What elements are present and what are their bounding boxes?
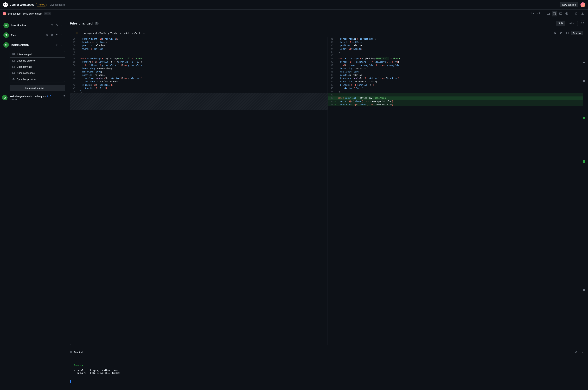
svg-point-21 (61, 46, 61, 46)
sidebar: Specification Plan Implem (0, 18, 67, 390)
diff-line: 34 const FittedImage = styled.img<Matrix… (70, 57, 328, 60)
diff-line: 36 ${({ theme: { primaryColor } }) => pr… (70, 64, 328, 67)
diff-line: 28 border-right: ${borderStyle}; (70, 37, 328, 41)
open-codespace-row[interactable]: Open codespace (10, 70, 65, 76)
undo-icon[interactable] (530, 11, 535, 16)
product-name: Copilot Workspace (10, 3, 34, 6)
diff-line: 36 (328, 54, 585, 57)
minimap[interactable] (583, 37, 585, 345)
split-option[interactable]: Split (556, 21, 565, 26)
terminal-title: Terminal (74, 351, 83, 354)
svg-point-5 (61, 25, 61, 26)
terminal-body[interactable]: Serving! - Local: http://localhost:3000 … (67, 357, 588, 390)
drag-icon[interactable] (59, 43, 64, 47)
chevron-down-icon[interactable] (580, 349, 585, 355)
content-header: Files changed 1 Split Unified (67, 18, 588, 29)
spec-section[interactable]: Specification (2, 21, 65, 30)
user-avatar[interactable] (581, 2, 585, 7)
unified-option[interactable]: Unified (565, 21, 578, 26)
svg-rect-32 (70, 351, 72, 353)
copilot-logo-icon (3, 2, 8, 7)
file-path[interactable]: src/components/Gallery/ContributorGaller… (80, 32, 146, 34)
file-panel: src/components/Gallery/ContributorGaller… (70, 29, 585, 345)
svg-point-18 (62, 44, 62, 45)
redo-icon[interactable] (536, 11, 542, 16)
diff-line: 37 box-sizing: content-box; (70, 67, 328, 70)
diff-line: 40 box-sizing: content-box; (328, 67, 585, 70)
app-header: Copilot Workspace Preview Give feedback … (0, 0, 588, 10)
implementation-box: 1 file changed Open file explorer Open t… (10, 51, 65, 82)
share-icon[interactable] (580, 11, 585, 16)
open-preview-row[interactable]: Open live preview (10, 76, 65, 82)
comment-icon[interactable] (50, 23, 54, 27)
svg-point-19 (61, 45, 61, 45)
comment-icon[interactable] (45, 33, 49, 37)
breadcrumb-repo[interactable]: contributor-gallery (23, 12, 42, 15)
create-pr-button[interactable]: Create pull request (10, 85, 59, 91)
create-pr-dropdown[interactable] (59, 85, 65, 91)
open-explorer-row[interactable]: Open file explorer (10, 57, 65, 64)
impl-section[interactable]: Implementation (2, 40, 65, 50)
diff-body[interactable]: 28 border-right: ${borderStyle};29 heigh… (70, 37, 585, 345)
diff-icon (12, 53, 15, 56)
diff-line: 32 `; (70, 50, 328, 54)
file-changed-row[interactable]: 1 file changed (10, 51, 65, 57)
diff-line: 34 width: ${cellSize}; (328, 47, 585, 50)
svg-point-17 (61, 44, 61, 45)
diff-line: 39 ${({ theme: { primaryColor } }) => pr… (328, 64, 585, 67)
diff-line: 50+ color: ${({ theme }) => theme.specia… (328, 100, 585, 103)
trash-icon[interactable] (55, 33, 59, 37)
refresh-icon[interactable] (55, 23, 59, 27)
copy-icon[interactable] (559, 30, 564, 36)
diff-line: 47 `; (328, 90, 585, 93)
give-feedback-link[interactable]: Give feedback (49, 3, 65, 6)
folder-icon[interactable] (546, 11, 551, 16)
plan-section[interactable]: Plan (2, 30, 65, 40)
logo-group: Copilot Workspace Preview (3, 2, 47, 7)
svg-point-10 (6, 36, 7, 36)
terminal-icon (12, 65, 15, 68)
refresh-icon[interactable] (50, 33, 54, 37)
svg-point-13 (61, 35, 61, 35)
trash-icon[interactable] (55, 43, 59, 47)
diff-line: 38 border: ${({ isActive }) => (isActive… (328, 60, 585, 64)
svg-point-12 (62, 34, 62, 35)
external-link-icon[interactable] (62, 95, 65, 97)
drag-icon[interactable] (59, 33, 64, 37)
diff-line: 35 `; (328, 50, 585, 54)
diff-line: 30 position: relative; (70, 44, 328, 47)
terminal-toolbar-icon[interactable] (552, 11, 557, 16)
svg-rect-24 (12, 66, 15, 68)
svg-point-8 (62, 26, 62, 26)
diff-line: 51+ font-size: ${({ theme }) => theme.ce… (328, 103, 585, 106)
svg-point-29 (5, 98, 6, 99)
svg-rect-0 (553, 13, 556, 15)
breadcrumb-owner[interactable]: lostintangent (7, 12, 21, 15)
branch-badge[interactable]: main (44, 12, 51, 15)
svg-point-20 (62, 45, 62, 45)
list-icon (3, 23, 9, 28)
diff-line: 33 position: relative; (328, 44, 585, 47)
open-terminal-row[interactable]: Open terminal (10, 64, 65, 70)
diff-line: 42 position: relative; (328, 74, 585, 77)
drag-icon[interactable] (59, 23, 64, 27)
pr-link[interactable]: #15 (47, 95, 51, 98)
codespace-icon[interactable] (558, 11, 563, 16)
new-session-button[interactable]: New session (560, 2, 578, 7)
chevron-down-icon[interactable] (72, 32, 74, 34)
diff-line: 38 max-width: 100%; (70, 70, 328, 74)
bookmark-icon[interactable] (574, 11, 579, 16)
alert-icon[interactable] (574, 349, 579, 355)
diff-line: 45 z-index: ${({ isActive }) => (328, 84, 585, 87)
preview-badge: Preview (36, 3, 47, 6)
globe-icon[interactable] (564, 11, 570, 16)
expand-icon[interactable] (580, 21, 585, 26)
dismiss-button[interactable]: Dismiss (571, 31, 583, 35)
diff-line: 46 isActive ? 10 : 1}; (328, 87, 585, 90)
diff-line: 43 isActive ? 10 : 1}; (70, 87, 328, 90)
expand-file-icon[interactable] (565, 30, 570, 36)
diff-line: 49+const LoginText = styled.div<ThemePro… (328, 97, 585, 100)
comment-icon[interactable] (552, 30, 558, 36)
diff-line: 37 const FittedImage = styled.img<Matrix… (328, 57, 585, 60)
diff-line: 41 max-width: 100%; (328, 70, 585, 74)
